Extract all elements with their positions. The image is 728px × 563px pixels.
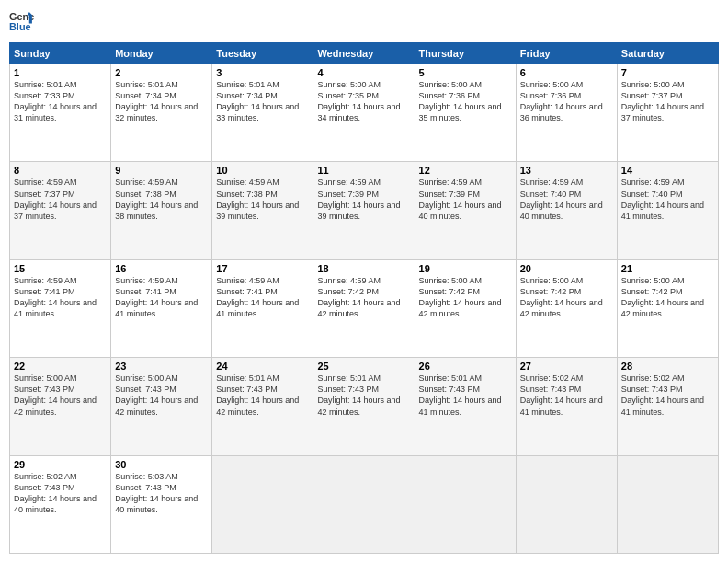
day-number: 7 (621, 67, 714, 78)
calendar-cell: 23 Sunrise: 5:00 AM Sunset: 7:43 PM Dayl… (111, 358, 212, 455)
day-number: 26 (419, 361, 512, 372)
day-number: 5 (419, 67, 512, 78)
day-info: Sunrise: 4:59 AM Sunset: 7:40 PM Dayligh… (520, 177, 613, 222)
day-info: Sunrise: 5:03 AM Sunset: 7:43 PM Dayligh… (115, 471, 208, 516)
day-number: 22 (14, 361, 107, 372)
calendar-cell: 12 Sunrise: 4:59 AM Sunset: 7:39 PM Dayl… (415, 162, 516, 259)
calendar-table: SundayMondayTuesdayWednesdayThursdayFrid… (9, 42, 719, 554)
day-info: Sunrise: 5:00 AM Sunset: 7:36 PM Dayligh… (419, 79, 512, 124)
weekday-header-thursday: Thursday (415, 43, 516, 64)
day-number: 30 (115, 459, 208, 470)
day-info: Sunrise: 5:01 AM Sunset: 7:43 PM Dayligh… (216, 373, 309, 418)
calendar-cell (516, 455, 617, 553)
day-number: 10 (216, 165, 309, 176)
day-number: 20 (520, 263, 613, 274)
day-number: 17 (216, 263, 309, 274)
calendar-cell: 11 Sunrise: 4:59 AM Sunset: 7:39 PM Dayl… (313, 162, 415, 259)
day-number: 14 (621, 165, 714, 176)
calendar-cell: 25 Sunrise: 5:01 AM Sunset: 7:43 PM Dayl… (313, 358, 415, 455)
calendar-cell: 6 Sunrise: 5:00 AM Sunset: 7:36 PM Dayli… (516, 64, 617, 162)
calendar-cell: 3 Sunrise: 5:01 AM Sunset: 7:34 PM Dayli… (212, 64, 313, 162)
calendar-cell: 8 Sunrise: 4:59 AM Sunset: 7:37 PM Dayli… (10, 162, 111, 259)
day-number: 11 (317, 165, 410, 176)
weekday-header-saturday: Saturday (617, 43, 718, 64)
day-number: 18 (317, 263, 410, 274)
day-info: Sunrise: 5:00 AM Sunset: 7:42 PM Dayligh… (419, 275, 512, 320)
day-info: Sunrise: 4:59 AM Sunset: 7:38 PM Dayligh… (115, 177, 208, 222)
calendar-cell: 16 Sunrise: 4:59 AM Sunset: 7:41 PM Dayl… (111, 259, 212, 357)
day-info: Sunrise: 4:59 AM Sunset: 7:41 PM Dayligh… (14, 275, 107, 320)
day-info: Sunrise: 5:01 AM Sunset: 7:34 PM Dayligh… (115, 79, 208, 124)
calendar-cell: 19 Sunrise: 5:00 AM Sunset: 7:42 PM Dayl… (415, 259, 516, 357)
calendar-cell: 1 Sunrise: 5:01 AM Sunset: 7:33 PM Dayli… (10, 64, 111, 162)
day-info: Sunrise: 4:59 AM Sunset: 7:37 PM Dayligh… (14, 177, 107, 222)
day-info: Sunrise: 5:01 AM Sunset: 7:43 PM Dayligh… (317, 373, 410, 418)
day-info: Sunrise: 4:59 AM Sunset: 7:38 PM Dayligh… (216, 177, 309, 222)
day-info: Sunrise: 5:00 AM Sunset: 7:43 PM Dayligh… (14, 373, 107, 418)
day-info: Sunrise: 5:00 AM Sunset: 7:42 PM Dayligh… (520, 275, 613, 320)
day-info: Sunrise: 4:59 AM Sunset: 7:39 PM Dayligh… (317, 177, 410, 222)
day-info: Sunrise: 5:00 AM Sunset: 7:37 PM Dayligh… (621, 79, 714, 124)
calendar-cell: 15 Sunrise: 4:59 AM Sunset: 7:41 PM Dayl… (10, 259, 111, 357)
calendar-cell: 29 Sunrise: 5:02 AM Sunset: 7:43 PM Dayl… (10, 455, 111, 553)
calendar-cell (313, 455, 415, 553)
day-number: 1 (14, 67, 107, 78)
weekday-header-monday: Monday (111, 43, 212, 64)
day-info: Sunrise: 5:02 AM Sunset: 7:43 PM Dayligh… (520, 373, 613, 418)
day-info: Sunrise: 4:59 AM Sunset: 7:41 PM Dayligh… (216, 275, 309, 320)
calendar-cell: 14 Sunrise: 4:59 AM Sunset: 7:40 PM Dayl… (617, 162, 718, 259)
calendar-cell: 30 Sunrise: 5:03 AM Sunset: 7:43 PM Dayl… (111, 455, 212, 553)
logo: General Blue (9, 9, 35, 35)
day-number: 13 (520, 165, 613, 176)
weekday-header-wednesday: Wednesday (313, 43, 415, 64)
day-number: 12 (419, 165, 512, 176)
calendar-cell (617, 455, 718, 553)
weekday-header-tuesday: Tuesday (212, 43, 313, 64)
day-info: Sunrise: 4:59 AM Sunset: 7:41 PM Dayligh… (115, 275, 208, 320)
calendar-cell: 26 Sunrise: 5:01 AM Sunset: 7:43 PM Dayl… (415, 358, 516, 455)
day-number: 4 (317, 67, 410, 78)
day-info: Sunrise: 5:01 AM Sunset: 7:34 PM Dayligh… (216, 79, 309, 124)
day-number: 8 (14, 165, 107, 176)
day-number: 6 (520, 67, 613, 78)
day-info: Sunrise: 5:00 AM Sunset: 7:35 PM Dayligh… (317, 79, 410, 124)
day-info: Sunrise: 5:01 AM Sunset: 7:43 PM Dayligh… (419, 373, 512, 418)
day-number: 24 (216, 361, 309, 372)
day-number: 2 (115, 67, 208, 78)
calendar-cell: 28 Sunrise: 5:02 AM Sunset: 7:43 PM Dayl… (617, 358, 718, 455)
day-number: 23 (115, 361, 208, 372)
day-info: Sunrise: 5:02 AM Sunset: 7:43 PM Dayligh… (621, 373, 714, 418)
day-info: Sunrise: 4:59 AM Sunset: 7:40 PM Dayligh… (621, 177, 714, 222)
day-number: 29 (14, 459, 107, 470)
calendar-cell: 5 Sunrise: 5:00 AM Sunset: 7:36 PM Dayli… (415, 64, 516, 162)
calendar-cell: 4 Sunrise: 5:00 AM Sunset: 7:35 PM Dayli… (313, 64, 415, 162)
calendar-cell: 9 Sunrise: 4:59 AM Sunset: 7:38 PM Dayli… (111, 162, 212, 259)
calendar-cell (212, 455, 313, 553)
day-number: 9 (115, 165, 208, 176)
day-info: Sunrise: 5:00 AM Sunset: 7:36 PM Dayligh… (520, 79, 613, 124)
calendar-cell: 17 Sunrise: 4:59 AM Sunset: 7:41 PM Dayl… (212, 259, 313, 357)
day-number: 19 (419, 263, 512, 274)
calendar-cell: 10 Sunrise: 4:59 AM Sunset: 7:38 PM Dayl… (212, 162, 313, 259)
day-number: 15 (14, 263, 107, 274)
calendar-cell: 18 Sunrise: 4:59 AM Sunset: 7:42 PM Dayl… (313, 259, 415, 357)
calendar-cell (415, 455, 516, 553)
calendar-cell: 27 Sunrise: 5:02 AM Sunset: 7:43 PM Dayl… (516, 358, 617, 455)
weekday-header-sunday: Sunday (10, 43, 111, 64)
day-info: Sunrise: 4:59 AM Sunset: 7:42 PM Dayligh… (317, 275, 410, 320)
weekday-header-friday: Friday (516, 43, 617, 64)
day-number: 28 (621, 361, 714, 372)
svg-text:Blue: Blue (9, 21, 31, 32)
day-number: 25 (317, 361, 410, 372)
calendar-cell: 7 Sunrise: 5:00 AM Sunset: 7:37 PM Dayli… (617, 64, 718, 162)
day-number: 27 (520, 361, 613, 372)
day-info: Sunrise: 5:00 AM Sunset: 7:43 PM Dayligh… (115, 373, 208, 418)
calendar-cell: 20 Sunrise: 5:00 AM Sunset: 7:42 PM Dayl… (516, 259, 617, 357)
calendar-cell: 22 Sunrise: 5:00 AM Sunset: 7:43 PM Dayl… (10, 358, 111, 455)
day-info: Sunrise: 4:59 AM Sunset: 7:39 PM Dayligh… (419, 177, 512, 222)
calendar-cell: 24 Sunrise: 5:01 AM Sunset: 7:43 PM Dayl… (212, 358, 313, 455)
day-number: 21 (621, 263, 714, 274)
day-info: Sunrise: 5:01 AM Sunset: 7:33 PM Dayligh… (14, 79, 107, 124)
day-number: 3 (216, 67, 309, 78)
logo-icon: General Blue (9, 9, 35, 35)
